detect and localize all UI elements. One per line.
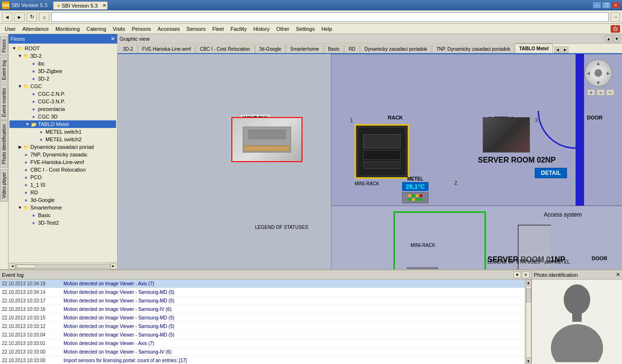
- refresh-button[interactable]: ↻: [27, 12, 37, 22]
- side-tab-eventmonitor[interactable]: Event monitor: [0, 84, 8, 120]
- tab-fve[interactable]: FVE-Haniska-Line-wmf: [138, 45, 195, 53]
- nav-center[interactable]: [595, 69, 602, 77]
- home-button[interactable]: ⌂: [39, 12, 49, 22]
- minimize-button[interactable]: ─: [593, 2, 601, 9]
- tree-arrow-smart[interactable]: ▼: [17, 205, 23, 210]
- menu-fleet[interactable]: Fleet: [210, 25, 227, 33]
- menu-accesses[interactable]: Accesses: [155, 25, 183, 33]
- tab-close[interactable]: ✕: [102, 3, 106, 8]
- menu-attendance[interactable]: Attendance: [19, 25, 52, 33]
- address-input[interactable]: [51, 12, 609, 22]
- event-log-scrollbar[interactable]: ▲ ▼: [525, 280, 531, 364]
- tree-3d-google[interactable]: ■ 3d-Google: [9, 196, 116, 204]
- scroll-right-button[interactable]: ►: [110, 264, 116, 269]
- tree-tablo-metel[interactable]: ▼ 📁 TABLO Metel: [9, 120, 116, 128]
- go-button[interactable]: →: [611, 12, 620, 22]
- event-log-minimize[interactable]: ▼: [513, 272, 521, 278]
- tab-smarterhome[interactable]: Smarterhome: [286, 45, 323, 53]
- tabs-scroll-right[interactable]: ►: [562, 46, 568, 53]
- back-button[interactable]: ◄: [2, 12, 12, 22]
- menu-monitoring[interactable]: Monitoring: [53, 25, 82, 33]
- tree-root[interactable]: ▼ 📁 ROOT: [9, 45, 116, 52]
- detail-button[interactable]: DETAIL: [535, 168, 567, 178]
- tree-metel-switch1[interactable]: ■ METEL switch1: [9, 128, 116, 136]
- menu-persons[interactable]: Persons: [129, 25, 154, 33]
- menu-settings[interactable]: Settings: [293, 25, 318, 33]
- nav-ring[interactable]: ▲ ▼ ◄ ►: [584, 59, 613, 87]
- tree-label-cgc2np: CGC-2.N.P.: [38, 91, 65, 97]
- zoom-reset-button[interactable]: ○: [596, 89, 605, 96]
- scroll-thumb[interactable]: [17, 264, 36, 268]
- tab-rd[interactable]: RD: [344, 45, 359, 53]
- side-tab-floors[interactable]: Floors: [0, 36, 8, 56]
- menu-visits[interactable]: Visits: [110, 25, 128, 33]
- tree-arrow-dyn[interactable]: ▶: [17, 145, 23, 149]
- forward-button[interactable]: ►: [14, 12, 25, 22]
- tree-3d2-leaf[interactable]: ■ 3D-2: [9, 75, 116, 82]
- power-button[interactable]: ⏻: [611, 25, 620, 33]
- tree-arrow-root[interactable]: ▼: [11, 46, 17, 51]
- tree-cgc[interactable]: ▼ 📁 CGC: [9, 82, 116, 90]
- tree-3d-zigbee[interactable]: ■ 3D-Zigbee: [9, 67, 116, 75]
- tree-fve[interactable]: ■ FVE-Haniska-Line-wmf: [9, 158, 116, 166]
- close-button[interactable]: ✕: [612, 2, 620, 9]
- vsb-up-button[interactable]: ▲: [526, 280, 531, 285]
- event-log-close[interactable]: ✕: [522, 272, 530, 278]
- nav-up-button[interactable]: ▲: [596, 61, 601, 66]
- tree-cgc-3np[interactable]: ■ CGC-3.N.P.: [9, 98, 116, 105]
- tree-arrow-tablo[interactable]: ▼: [25, 122, 30, 127]
- vsb-down-button[interactable]: ▼: [526, 358, 531, 364]
- tab-basic[interactable]: Basic: [324, 45, 344, 53]
- tree-3d-test2[interactable]: ■ 3D-Test2: [9, 219, 116, 227]
- restore-button[interactable]: ❐: [602, 2, 611, 9]
- tab-7np[interactable]: 7NP. Dynamicky zasadaci poriadok: [432, 45, 514, 53]
- tree-cgc-3d[interactable]: ■ CGC 3D: [9, 113, 116, 120]
- tree-ibc[interactable]: ■ ibc: [9, 60, 116, 67]
- tree-1-1-is[interactable]: ■ 1_1 IS: [9, 181, 116, 189]
- floors-panel-close[interactable]: ✕: [110, 36, 115, 42]
- side-tab-videoplayer[interactable]: Video player: [0, 169, 8, 201]
- vsb-thumb[interactable]: [526, 288, 531, 302]
- graphic-scroll-up[interactable]: ▲: [605, 36, 613, 42]
- tree-arrow-cgc[interactable]: ▼: [17, 84, 23, 89]
- tree-3d2[interactable]: ▼ 📁 3D-2: [9, 52, 116, 60]
- graphic-dropdown[interactable]: ▼: [613, 36, 620, 42]
- side-tab-eventlog[interactable]: Event log: [0, 57, 8, 83]
- tree-cgc-2np[interactable]: ■ CGC-2.N.P.: [9, 90, 116, 98]
- menu-history[interactable]: History: [250, 25, 272, 33]
- tree-dynamicky[interactable]: ▶ 📁 Dynamicky zasadaci poriad: [9, 143, 116, 151]
- tab-3d2[interactable]: 3D-2: [119, 45, 137, 53]
- tree-pco[interactable]: ■ PCO: [9, 173, 116, 181]
- tree-area[interactable]: ▼ 📁 ROOT ▼ 📁 3D-2 ■ ibc: [9, 44, 117, 263]
- zoom-out-button[interactable]: −: [606, 89, 614, 96]
- tree-label-ibc: ibc: [38, 61, 45, 66]
- tree-arrow-3d2[interactable]: ▼: [17, 54, 23, 58]
- side-tab-photoid[interactable]: Photo identification: [0, 121, 8, 168]
- scroll-left-button[interactable]: ◄: [9, 264, 15, 269]
- menu-catering[interactable]: Catering: [83, 25, 109, 33]
- tree-metel-switch2[interactable]: ■ METEL switch2: [9, 136, 116, 143]
- tab-cbc[interactable]: CBC I - Cost Relocation: [196, 45, 255, 53]
- photo-id-close[interactable]: ✕: [616, 272, 620, 278]
- tree-cbc[interactable]: ■ CBC I - Cost Relocation: [9, 166, 116, 173]
- nav-right-button[interactable]: ►: [606, 71, 611, 76]
- menu-sensors[interactable]: Sensors: [183, 25, 208, 33]
- tree-rd[interactable]: ■ RD: [9, 189, 116, 196]
- tree-hscrollbar[interactable]: ◄ ►: [9, 263, 117, 269]
- menu-facility[interactable]: Facility: [228, 25, 249, 33]
- menu-user[interactable]: User: [2, 25, 18, 33]
- nav-left-button[interactable]: ◄: [586, 71, 591, 76]
- tree-smarterhome[interactable]: ▼ 📁 Smarterhome: [9, 204, 116, 211]
- tree-basic[interactable]: ■ Basic: [9, 211, 116, 219]
- zoom-in-button[interactable]: +: [587, 89, 595, 96]
- tabs-scroll-left[interactable]: ◄: [554, 46, 561, 53]
- event-list[interactable]: 22.10.2013 10:34:18 Motion detected on I…: [0, 280, 525, 364]
- menu-other[interactable]: Other: [274, 25, 293, 33]
- tab-3dgoogle[interactable]: 3d-Google: [255, 45, 286, 53]
- tab-tablo-metel[interactable]: TABLO Metel: [515, 44, 553, 53]
- tree-7np[interactable]: ■ 7NP. Dynamicky zasada:: [9, 151, 116, 158]
- nav-down-button[interactable]: ▼: [596, 80, 601, 85]
- tree-prezentacia[interactable]: ■ prezentacia: [9, 105, 116, 113]
- tab-dynamicky[interactable]: Dynamicky zasadaci poriadok: [360, 45, 431, 53]
- menu-help[interactable]: Help: [319, 25, 335, 33]
